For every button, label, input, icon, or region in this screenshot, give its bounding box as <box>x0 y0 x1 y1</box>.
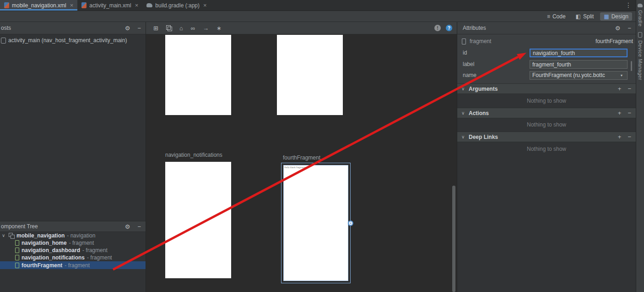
add-destination-icon[interactable]: ⊞ <box>153 25 158 31</box>
id-input[interactable] <box>530 49 628 57</box>
view-mode-group: ≡ Code ◧ Split ▦ Design <box>543 11 632 22</box>
dropdown-arrow-icon[interactable]: ▼ <box>618 74 625 77</box>
chevron-down-icon[interactable]: ∨ <box>461 110 466 116</box>
deep-links-empty-text: Nothing to show <box>457 142 636 156</box>
add-action-icon[interactable]: + <box>618 110 622 116</box>
component-type: fragment <box>470 38 491 44</box>
expand-icon[interactable]: ∨ <box>2 232 6 239</box>
gear-icon[interactable]: ⚙ <box>125 224 130 230</box>
attributes-panel: Attributes ⚙ − fragment fourthFragment i… <box>457 22 636 292</box>
hide-panel-icon[interactable]: − <box>137 25 141 31</box>
split-icon: ◧ <box>576 13 581 20</box>
tab-label: activity_main.xml <box>89 2 131 9</box>
remove-action-icon[interactable]: − <box>628 110 631 116</box>
fragment-preview-notifications[interactable] <box>165 162 231 278</box>
action-handle[interactable] <box>348 220 353 226</box>
tree-item-fourthfragment[interactable]: fourthFragment - fragment <box>0 261 146 269</box>
tab-mobile-navigation-xml[interactable]: mobile_navigation.xml × <box>0 0 77 11</box>
arguments-empty-text: Nothing to show <box>457 94 636 108</box>
tree-item-navigation-dashboard[interactable]: navigation_dashboard - fragment <box>0 247 146 254</box>
label-input[interactable] <box>530 60 628 69</box>
design-icon: ▦ <box>604 13 609 20</box>
gradle-tool-button[interactable]: Gradle <box>638 10 643 27</box>
component-summary-row: fragment fourthFragment <box>462 37 633 45</box>
close-icon[interactable]: × <box>202 2 207 8</box>
canvas-toolbar-right: ! ? <box>434 25 452 31</box>
gradle-icon[interactable] <box>638 4 643 7</box>
attributes-title: Attributes <box>463 25 608 31</box>
name-label: name <box>463 71 476 80</box>
tree-item-mobile-navigation[interactable]: ∨ mobile_navigation - navigation <box>0 232 146 239</box>
attributes-header: Attributes ⚙ − <box>457 22 636 34</box>
component-tree-header: omponent Tree ⚙ − <box>0 221 146 232</box>
close-icon[interactable]: × <box>69 2 74 8</box>
label-attribute-row: label <box>457 60 636 69</box>
hide-panel-icon[interactable]: − <box>137 224 141 230</box>
tree-item-name: navigation_dashboard <box>22 247 80 254</box>
name-dropdown[interactable]: FourthFragment (ru.yotc.bottc ▼ <box>530 71 628 80</box>
more-options-icon[interactable]: ⋮ <box>625 1 632 9</box>
section-actions: + − <box>618 110 631 116</box>
hosts-title: osts <box>1 25 118 31</box>
device-manager-tool-button[interactable]: Device Manager <box>638 40 643 80</box>
device-manager-icon[interactable] <box>638 32 642 38</box>
home-icon[interactable]: ⌂ <box>179 25 183 31</box>
fragment-icon <box>462 39 466 44</box>
gear-icon[interactable]: ⚙ <box>615 25 621 31</box>
attributes-scrollbar[interactable] <box>631 61 632 71</box>
deep-links-section-header[interactable]: ∨ Deep Links + − <box>457 132 636 142</box>
code-mode-button[interactable]: ≡ Code <box>543 12 569 21</box>
remove-deep-link-icon[interactable]: − <box>628 134 631 140</box>
tree-item-name: navigation_notifications <box>22 254 85 261</box>
design-mode-button[interactable]: ▦ Design <box>600 12 632 21</box>
help-icon[interactable]: ? <box>446 25 452 31</box>
tree-item-name: navigation_home <box>22 239 67 247</box>
fragment-preview-dashboard[interactable] <box>277 35 343 115</box>
component-tree: ∨ mobile_navigation - navigation navigat… <box>0 232 146 269</box>
fragment-icon <box>15 263 19 268</box>
actions-section-title: Actions <box>469 110 489 116</box>
chevron-down-icon[interactable]: ∨ <box>461 86 466 91</box>
action-arrow-icon[interactable]: → <box>203 25 209 31</box>
nested-graph-icon[interactable] <box>166 25 172 31</box>
split-mode-button[interactable]: ◧ Split <box>572 12 598 21</box>
hosts-item-activity-main[interactable]: activity_main (nav_host_fragment_activit… <box>1 37 127 44</box>
component-tree-title: omponent Tree <box>1 223 118 230</box>
chevron-down-icon[interactable]: ∨ <box>461 134 466 139</box>
arguments-section-header[interactable]: ∨ Arguments + − <box>457 83 636 94</box>
tree-item-type: - fragment <box>69 239 94 247</box>
tree-item-type: - fragment <box>82 247 108 254</box>
actions-section-header[interactable]: ∨ Actions + − <box>457 108 636 118</box>
auto-arrange-icon[interactable]: ∗ <box>216 25 222 31</box>
xml-file-icon <box>4 2 9 8</box>
design-canvas[interactable]: ⊞ ⌂ ∞ → ∗ ! ? navigation_notifications f… <box>146 22 457 292</box>
add-deep-link-icon[interactable]: + <box>618 134 622 140</box>
component-name: fourthFragment <box>595 38 633 44</box>
hosts-item-label: activity_main (nav_host_fragment_activit… <box>8 37 127 44</box>
tree-item-navigation-notifications[interactable]: navigation_notifications - fragment <box>0 254 146 261</box>
fragment-preview-fourth-selected[interactable]: Hello blank fragment <box>281 163 351 283</box>
fragment-preview-home[interactable] <box>165 35 231 115</box>
link-icon[interactable]: ∞ <box>191 25 195 31</box>
close-icon[interactable]: × <box>134 2 139 8</box>
tree-item-type: - fragment <box>87 254 112 261</box>
hide-panel-icon[interactable]: − <box>628 25 631 31</box>
right-tool-strip: Gradle Device Manager <box>636 0 644 292</box>
attributes-panel-background <box>457 156 636 292</box>
name-attribute-row: name FourthFragment (ru.yotc.bottc ▼ <box>457 71 636 80</box>
tree-item-type: - fragment <box>65 262 90 269</box>
remove-argument-icon[interactable]: − <box>628 86 631 92</box>
canvas-toolbar: ⊞ ⌂ ∞ → ∗ ! ? <box>146 22 457 34</box>
tree-item-navigation-home[interactable]: navigation_home - fragment <box>0 239 146 247</box>
split-mode-label: Split <box>583 13 594 20</box>
fragment-icon <box>15 248 19 253</box>
gear-icon[interactable]: ⚙ <box>125 25 130 31</box>
fragment-icon <box>15 255 19 260</box>
add-argument-icon[interactable]: + <box>618 86 622 92</box>
name-dropdown-value: FourthFragment (ru.yotc.bottc <box>532 72 618 79</box>
tab-activity-main-xml[interactable]: activity_main.xml × <box>77 0 142 11</box>
warning-icon[interactable]: ! <box>434 25 441 31</box>
canvas-scrollbar[interactable] <box>452 186 455 292</box>
hosts-panel: osts ⚙ − activity_main (nav_host_fragmen… <box>0 22 146 292</box>
tab-build-gradle[interactable]: build.gradle (:app) × <box>142 0 211 11</box>
